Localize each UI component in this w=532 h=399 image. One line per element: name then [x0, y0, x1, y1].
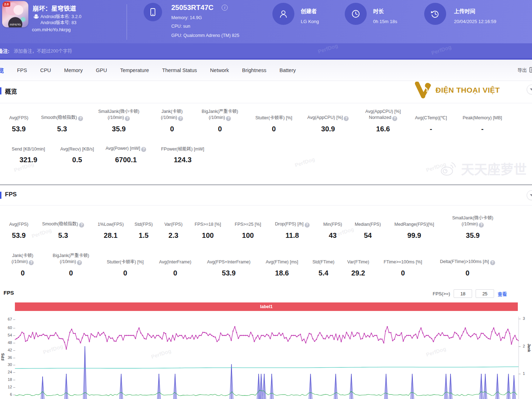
metric-label: Avg(AppCPU) [%]?	[301, 115, 355, 121]
left-axis-tick: 30	[1, 362, 12, 367]
metric-value: 18.6	[261, 269, 303, 278]
help-icon[interactable]: ?	[141, 147, 146, 152]
metric-value: 5.3	[38, 125, 87, 134]
metric-value: 321.9	[0, 156, 57, 165]
duration-clock-icon	[345, 3, 367, 25]
note-input[interactable]	[13, 48, 199, 54]
fps-threshold-input-2[interactable]	[476, 289, 494, 298]
help-icon[interactable]: ?	[125, 116, 130, 121]
metric-label: Avg(AppCPU) [%] Normalized?	[355, 109, 411, 121]
metric-value: 29.2	[344, 269, 372, 278]
right-axis-line	[519, 317, 519, 399]
metric-label: Std(FPS)	[133, 222, 155, 228]
fps-line	[15, 327, 519, 349]
device-model: 25053RT47C	[171, 4, 214, 12]
tab-temperature[interactable]: Temperature	[120, 67, 149, 73]
tab-bar: 概览FPSCPUMemoryGPUTemperatureThermal Stat…	[0, 60, 532, 81]
metric-cell: Avg(AppCPU) [%] Normalized?16.6	[355, 109, 411, 134]
tab-fps[interactable]: FPS	[17, 67, 27, 73]
help-icon[interactable]: ?	[226, 116, 231, 121]
metric-cell: SmallJank(微小卡顿) (/10min)?35.9	[446, 215, 499, 241]
perfdog-report-page: 2.0 miHoYo 崩坏：星穹铁道 Android版本名: 3.2.0 And…	[0, 0, 532, 399]
help-icon[interactable]: ?	[77, 260, 82, 265]
section-divider	[0, 184, 532, 185]
metric-cell: Var(FTime)29.2	[344, 259, 372, 278]
help-icon[interactable]: ?	[178, 116, 183, 121]
help-icon[interactable]: ?	[29, 260, 34, 265]
divider	[0, 205, 532, 206]
tab-thermal-status[interactable]: Thermal Status	[162, 67, 197, 73]
fps-threshold-apply-button[interactable]: 查看	[498, 290, 507, 297]
right-axis-tick-mark	[519, 374, 521, 374]
metric-label: FPower(帧能耗) [mW]	[154, 146, 211, 152]
metric-label: Avg(FPS+InterFrame)	[196, 259, 261, 265]
tab-network[interactable]: Network	[210, 67, 229, 73]
help-icon[interactable]: ?	[490, 260, 495, 265]
metric-value: 0	[372, 269, 433, 278]
metric-label: Smooth(稳帧指数)?	[38, 115, 87, 121]
fps-section-tick	[0, 192, 1, 199]
right-axis-tick-mark	[519, 319, 521, 319]
metric-label: Median(FPS)	[353, 222, 382, 228]
help-icon[interactable]: ?	[479, 223, 484, 228]
upload-time-label: 上传时间	[454, 7, 475, 15]
metric-value: 43	[312, 231, 353, 241]
device-memory: Memory: 14.9G	[171, 15, 202, 20]
overview-collapse-button[interactable]	[527, 84, 532, 94]
tab-brightness[interactable]: Brightness	[242, 67, 267, 73]
header-divider	[127, 4, 127, 40]
tab-battery[interactable]: Battery	[279, 67, 296, 73]
metric-value: 0	[154, 269, 196, 278]
metric-cell: Avg(FPS+InterFrame)53.9	[196, 259, 261, 278]
tab-memory[interactable]: Memory	[64, 67, 83, 73]
perfdog-watermark: PerfDog	[317, 42, 339, 54]
metric-label: Avg(FPS)	[0, 222, 38, 228]
metric-cell: Send [KB/10min]321.9	[0, 146, 57, 165]
fps-threshold-input-1[interactable]	[454, 289, 472, 298]
metric-value: 11.8	[272, 231, 312, 241]
dien-thoai-viet-icon	[414, 82, 433, 99]
metric-label: Min(FPS)	[312, 222, 353, 228]
metric-cell: Avg(AppCPU) [%]?30.9	[301, 115, 355, 134]
help-icon[interactable]: ?	[78, 116, 83, 121]
metric-value: 0	[433, 269, 501, 278]
right-axis-title: Jank	[527, 344, 531, 352]
creator-label: 创建者	[301, 7, 317, 15]
metric-label: Peak(Memory) [MB]	[451, 115, 514, 121]
smooth-line	[15, 390, 517, 396]
metric-cell: BigJank(严重卡顿) (/10min)?0	[193, 109, 247, 134]
metric-cell: Stutter(卡顿率) [%]0	[247, 115, 301, 134]
metric-cell: FTime>=100ms [%]0	[372, 259, 433, 278]
right-axis-tick-mark	[519, 346, 521, 347]
metric-value: 0	[193, 125, 247, 134]
tab-cpu[interactable]: CPU	[40, 67, 51, 73]
tab-概览[interactable]: 概览	[0, 66, 4, 74]
metric-label: Drop(FPS) [/h]?	[272, 221, 312, 228]
device-cpu: CPU: sun	[171, 24, 190, 29]
metric-value: 100	[223, 231, 272, 241]
metric-value: 35.9	[87, 125, 151, 134]
android-icon	[34, 14, 39, 20]
metric-label: Avg(Power) [mW]?	[98, 146, 154, 152]
metric-label: SmallJank(微小卡顿) (/10min)?	[87, 109, 151, 121]
divider	[0, 103, 532, 103]
tab-gpu[interactable]: GPU	[96, 67, 107, 73]
metric-cell: Stutter(卡顿率) [%]0	[96, 259, 154, 278]
help-icon[interactable]: ?	[344, 116, 349, 121]
metric-value: 5.4	[303, 269, 344, 278]
fps-collapse-button[interactable]	[527, 190, 532, 200]
metric-cell: Avg(FTime) [ms]18.6	[261, 259, 303, 278]
help-icon[interactable]: ?	[79, 223, 84, 228]
android-version-code: Android版本号: 83	[40, 19, 76, 26]
metric-value: 53.9	[0, 125, 38, 134]
metric-label: BigJank(严重卡顿) (/10min)?	[193, 109, 247, 121]
help-icon[interactable]: ?	[392, 116, 397, 121]
weibo-watermark-icon	[440, 160, 458, 177]
fps-section-title: FPS	[5, 191, 17, 198]
left-axis-tick: 36	[1, 355, 12, 360]
metric-value: 53.9	[196, 269, 261, 278]
export-button[interactable]: 导出	[517, 66, 532, 73]
help-icon[interactable]: ?	[305, 223, 310, 228]
info-icon[interactable]: i	[222, 5, 228, 11]
metric-cell: FPower(帧能耗) [mW]124.3	[154, 146, 211, 165]
